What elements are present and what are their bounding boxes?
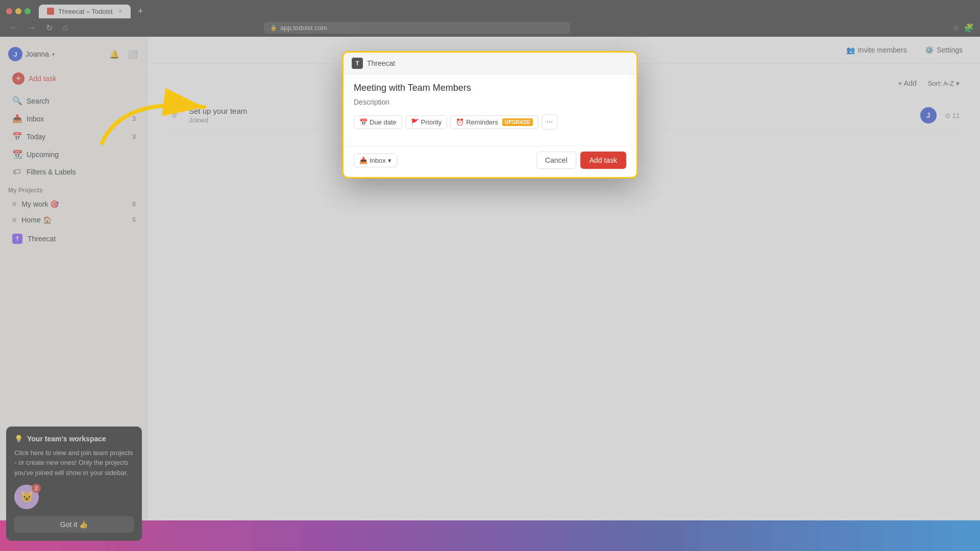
modal-header: T Threecat [344, 53, 636, 74]
modal-body: 📅 Due date 🚩 Priority ⏰ Reminders UPGRAD… [344, 74, 636, 146]
add-task-modal: T Threecat 📅 Due date 🚩 Priority ⏰ Remin… [342, 51, 638, 179]
upgrade-badge: UPGRADE [502, 118, 533, 126]
priority-label: Priority [421, 118, 442, 126]
add-task-button[interactable]: Add task [580, 152, 626, 169]
reminders-label: Reminders [466, 118, 498, 126]
task-toolbar: 📅 Due date 🚩 Priority ⏰ Reminders UPGRAD… [354, 114, 626, 130]
modal-overlay: T Threecat 📅 Due date 🚩 Priority ⏰ Remin… [0, 0, 980, 551]
due-date-label: Due date [370, 118, 397, 126]
modal-actions: Cancel Add task [536, 152, 626, 169]
flag-icon: 🚩 [411, 118, 419, 126]
alarm-icon: ⏰ [456, 118, 464, 126]
modal-workspace-name: Threecat [367, 59, 395, 67]
modal-workspace-icon: T [352, 58, 363, 69]
inbox-select[interactable]: 📥 Inbox ▾ [354, 154, 397, 167]
task-description-input[interactable] [354, 98, 626, 106]
cancel-button[interactable]: Cancel [536, 152, 576, 169]
reminders-button[interactable]: ⏰ Reminders UPGRADE [450, 115, 538, 129]
modal-footer: 📥 Inbox ▾ Cancel Add task [344, 146, 636, 177]
calendar-icon: 📅 [359, 118, 368, 126]
more-options-button[interactable]: ··· [542, 114, 557, 130]
due-date-button[interactable]: 📅 Due date [354, 115, 402, 129]
priority-button[interactable]: 🚩 Priority [405, 115, 447, 129]
task-title-input[interactable] [354, 83, 626, 93]
inbox-icon: 📥 [359, 157, 368, 164]
inbox-chevron-icon: ▾ [388, 157, 391, 164]
inbox-label: Inbox [370, 157, 386, 164]
